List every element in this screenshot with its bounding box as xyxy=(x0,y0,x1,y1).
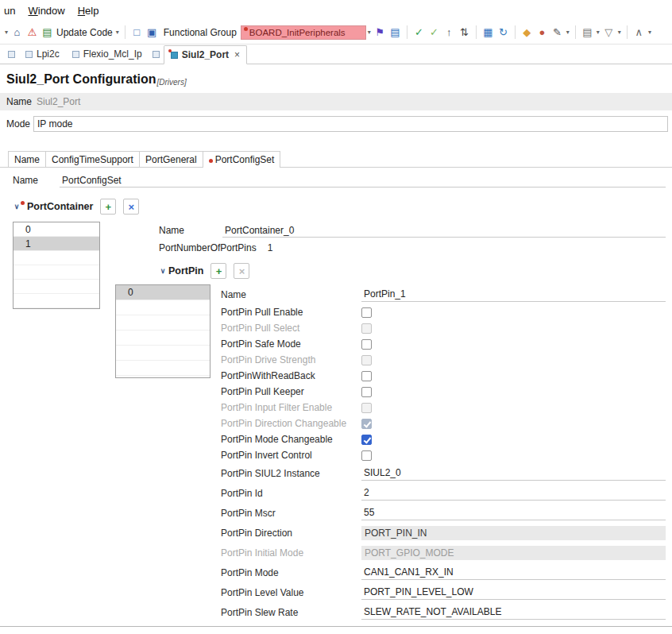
add-portpin-button[interactable]: + xyxy=(210,263,226,279)
portpin-input-filter-enable-label: PortPin Input Filter Enable xyxy=(221,402,361,413)
editor-content: Siul2_Port Configuration[Drivers] Name S… xyxy=(0,72,672,622)
bottom-divider xyxy=(0,626,672,627)
portcontainer-title: PortContainer xyxy=(27,201,93,212)
empty-row xyxy=(116,361,210,376)
toolbar-separator xyxy=(407,25,407,39)
property-row: PortPin Direction xyxy=(221,523,666,543)
page-title: Siul2_Port Configuration xyxy=(6,72,156,86)
refresh-icon[interactable]: ↻ xyxy=(496,26,511,38)
config-tab-label: PortConfigSet xyxy=(215,154,275,165)
portnumberofportpins-row: PortNumberOfPortPins 1 xyxy=(115,239,666,257)
empty-row xyxy=(14,265,99,280)
config-tab-portgeneral[interactable]: PortGeneral xyxy=(139,151,203,167)
validate-all-icon[interactable]: ✓ xyxy=(427,26,442,38)
portpin-siul2-instance-field[interactable] xyxy=(361,466,666,481)
config-tab-name[interactable]: Name xyxy=(8,151,46,167)
remove-portpin-button: × xyxy=(234,263,249,279)
filter-icon[interactable]: ▽ xyxy=(601,26,616,38)
editor-tab-siul2-port[interactable]: Siul2_Port× xyxy=(164,45,247,64)
portcontainer-list[interactable]: 01 xyxy=(13,222,100,309)
config-tab-portconfigset[interactable]: PortConfigSet xyxy=(203,151,281,168)
portcontainer-row-1[interactable]: 1 xyxy=(14,237,99,251)
portpin-mode-changeable-checkbox[interactable] xyxy=(361,435,372,445)
page-category: [Drivers] xyxy=(156,78,186,87)
sort-icon[interactable]: ⇅ xyxy=(457,26,472,38)
portcontainer-name-input[interactable] xyxy=(222,223,666,238)
update-code-button[interactable]: Update Code xyxy=(56,27,113,38)
collapse-portpin-icon[interactable]: ∨ xyxy=(159,267,167,275)
config-name-input[interactable] xyxy=(60,173,666,187)
close-tab-icon[interactable]: × xyxy=(234,49,240,60)
palette-icon[interactable]: ● xyxy=(535,26,550,38)
portpin-invert-control-checkbox[interactable] xyxy=(361,450,372,461)
config-name-row: Name xyxy=(0,171,672,190)
menu-item-un[interactable]: un xyxy=(4,5,15,17)
portpin-mode-field[interactable] xyxy=(361,566,666,580)
portpin-row-0[interactable]: 0 xyxy=(116,285,210,300)
portpin-slew-rate-field[interactable] xyxy=(361,605,666,620)
layers-menu-icon[interactable]: ▾ xyxy=(597,29,600,36)
menu-item-window[interactable]: Window xyxy=(28,5,64,17)
name-field[interactable] xyxy=(361,288,666,302)
editor-tab-flexio-mcl-ip[interactable]: Flexio_Mcl_Ip xyxy=(66,44,149,64)
property-row: PortPin Slew Rate xyxy=(221,602,666,622)
toolbar-separator xyxy=(476,25,477,39)
functional-group-combo-value: BOARD_InitPeripherals xyxy=(249,28,346,37)
remove-portcontainer-button[interactable]: × xyxy=(123,199,139,215)
portpin-pull-enable-label: PortPin Pull Enable xyxy=(221,307,361,318)
portpin-pull-enable-checkbox[interactable] xyxy=(361,307,372,318)
overflow-menu-icon[interactable]: ▾ xyxy=(648,29,651,36)
collapse-all-icon[interactable]: ∧ xyxy=(631,26,647,38)
filter-menu-icon[interactable]: ▾ xyxy=(618,29,621,36)
portpin-pull-keeper-checkbox[interactable] xyxy=(361,387,372,397)
mode-input[interactable] xyxy=(33,116,668,132)
portpin-list[interactable]: 0 xyxy=(115,284,210,378)
portcontainer-row-0[interactable]: 0 xyxy=(14,222,99,237)
pencil-icon[interactable]: ✎ xyxy=(550,26,565,38)
portpin-mscr-field[interactable] xyxy=(361,506,666,520)
module-name-row: Name Siul2_Port xyxy=(0,93,672,110)
portpinwithreadback-checkbox[interactable] xyxy=(361,371,372,381)
pencil-menu-icon[interactable]: ▾ xyxy=(566,29,570,36)
functional-group-caret-icon[interactable]: ▾ xyxy=(368,29,371,36)
property-row: PortPin Input Filter Enable xyxy=(221,400,666,416)
import-icon[interactable]: ↑ xyxy=(442,26,457,38)
copy-registers-icon[interactable]: ▤ xyxy=(388,26,403,38)
property-row: PortPin Direction Changeable xyxy=(221,416,666,431)
validate-icon[interactable]: ✓ xyxy=(411,26,427,38)
toolbar-separator xyxy=(515,25,516,39)
new-configuration-icon[interactable]: □ xyxy=(129,26,145,38)
property-row: PortPin Id xyxy=(221,483,666,503)
restore-view-icon[interactable] xyxy=(153,51,160,58)
key-icon[interactable]: ◆ xyxy=(519,26,535,38)
restore-view-icon[interactable] xyxy=(8,51,15,58)
portpin-direction-changeable-checkbox xyxy=(361,419,372,429)
update-code-menu-icon[interactable]: ▾ xyxy=(116,29,119,36)
problems-icon[interactable]: ⚠ xyxy=(25,26,40,38)
functional-group-label: Functional Group xyxy=(164,27,237,38)
collapse-portcontainer-icon[interactable]: ∨ xyxy=(13,203,21,211)
functional-group-combo[interactable]: BOARD_InitPeripherals xyxy=(241,25,366,40)
portpin-direction-field xyxy=(361,526,666,540)
error-marker-icon xyxy=(244,27,248,31)
flag-icon[interactable]: ⚑ xyxy=(373,26,388,38)
portpin-id-field[interactable] xyxy=(361,486,666,501)
dropdown-caret-icon[interactable]: ▾ xyxy=(5,29,8,36)
add-portcontainer-button[interactable]: + xyxy=(100,199,116,215)
pins-tool-icon[interactable]: ▣ xyxy=(145,26,160,38)
menu-item-help[interactable]: Help xyxy=(78,5,99,17)
portpin-safe-mode-checkbox[interactable] xyxy=(361,339,372,350)
mode-row: Mode xyxy=(0,114,672,133)
editor-tab-icon xyxy=(25,51,33,58)
portpin-level-value-field[interactable] xyxy=(361,586,666,600)
editor-tab-lpi2c[interactable]: Lpi2c xyxy=(19,44,66,64)
layers-icon[interactable]: ▤ xyxy=(580,26,595,38)
portcontainer-header: ∨ PortContainer + × xyxy=(13,197,672,216)
home-icon[interactable]: ⌂ xyxy=(10,26,25,38)
registers-grid-icon[interactable]: ▦ xyxy=(481,26,496,38)
update-code-icon[interactable]: ▤ xyxy=(40,26,55,38)
config-tab-configtimesupport[interactable]: ConfigTimeSupport xyxy=(45,151,140,167)
portpinwithreadback-label: PortPinWithReadBack xyxy=(221,370,361,381)
property-row: PortPin Mode Changeable xyxy=(221,431,666,447)
portpin-siul2-instance-label: PortPin SIUL2 Instance xyxy=(221,468,361,479)
